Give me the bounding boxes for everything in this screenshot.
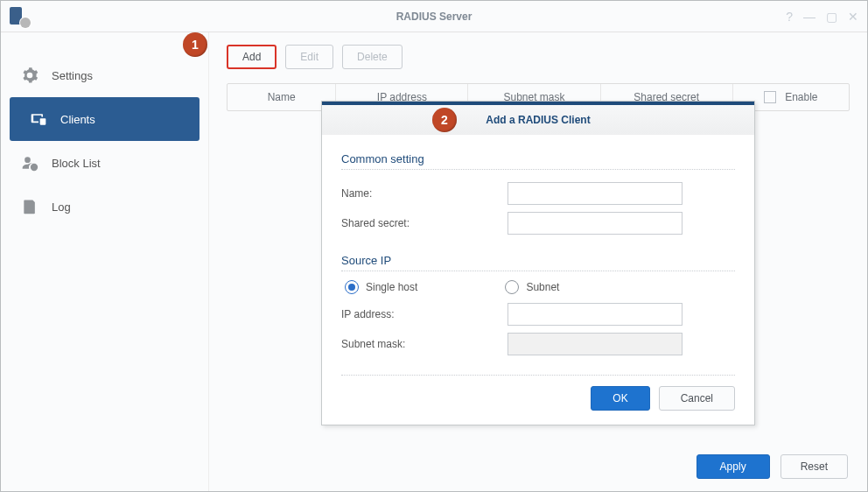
title-bar: RADIUS Server ? — ▢ ✕	[1, 1, 867, 32]
label-name: Name:	[341, 187, 508, 200]
content-area: 1 Add Edit Delete Name IP address Subnet…	[209, 32, 867, 491]
cancel-button[interactable]: Cancel	[659, 386, 735, 411]
radio-icon	[505, 280, 519, 294]
dialog-title-bar: 2 Add a RADIUS Client	[322, 102, 754, 135]
sidebar-item-block-list[interactable]: Block List	[1, 141, 208, 185]
sidebar-item-label: Log	[52, 200, 71, 214]
page-footer-buttons: Apply Reset	[696, 454, 848, 479]
sidebar-item-clients[interactable]: Clients	[10, 97, 200, 141]
edit-button[interactable]: Edit	[285, 45, 333, 69]
app-icon	[10, 7, 29, 26]
minimize-icon[interactable]: —	[803, 11, 816, 23]
sidebar-item-label: Clients	[60, 113, 95, 126]
label-ip: IP address:	[341, 308, 508, 320]
radio-subnet-label: Subnet	[526, 281, 559, 293]
radio-single-label: Single host	[366, 281, 417, 293]
ok-button[interactable]: OK	[591, 386, 649, 411]
name-input[interactable]	[508, 182, 682, 205]
radio-single-host[interactable]: Single host	[345, 280, 417, 294]
help-icon[interactable]: ?	[786, 11, 793, 23]
toolbar: Add Edit Delete	[227, 45, 850, 69]
block-user-icon	[20, 153, 39, 172]
radio-icon	[345, 280, 359, 294]
ip-address-input[interactable]	[508, 303, 682, 326]
callout-2: 2	[432, 108, 457, 132]
maximize-icon[interactable]: ▢	[826, 11, 837, 23]
window-title: RADIUS Server	[1, 11, 867, 23]
dialog-title: Add a RADIUS Client	[486, 114, 590, 126]
section-common-title: Common setting	[341, 152, 735, 165]
shared-secret-input[interactable]	[508, 212, 682, 235]
sidebar: Settings Clients Block List Log	[1, 32, 209, 491]
log-icon	[20, 197, 39, 216]
section-source-title: Source IP	[341, 254, 735, 267]
callout-1: 1	[183, 32, 207, 57]
subnet-mask-input	[508, 333, 682, 355]
gear-icon	[20, 66, 39, 85]
sidebar-item-label: Settings	[52, 69, 93, 82]
close-icon[interactable]: ✕	[848, 11, 858, 23]
label-secret: Shared secret:	[341, 217, 508, 229]
apply-button[interactable]: Apply	[696, 454, 770, 479]
add-client-dialog: 2 Add a RADIUS Client Common setting Nam…	[321, 101, 755, 425]
app-window: RADIUS Server ? — ▢ ✕ Settings Clients	[0, 0, 868, 492]
sidebar-item-label: Block List	[52, 157, 101, 170]
reset-button[interactable]: Reset	[780, 454, 848, 479]
add-button[interactable]: Add	[227, 45, 276, 69]
radio-subnet[interactable]: Subnet	[505, 280, 559, 294]
sidebar-item-log[interactable]: Log	[1, 185, 208, 228]
label-mask: Subnet mask:	[341, 338, 508, 350]
dialog-footer: OK Cancel	[341, 375, 735, 425]
modal-backdrop: 2 Add a RADIUS Client Common setting Nam…	[209, 94, 867, 439]
sidebar-item-settings[interactable]: Settings	[1, 53, 208, 97]
delete-button[interactable]: Delete	[342, 45, 402, 69]
window-controls: ? — ▢ ✕	[786, 11, 858, 23]
devices-icon	[29, 109, 48, 129]
